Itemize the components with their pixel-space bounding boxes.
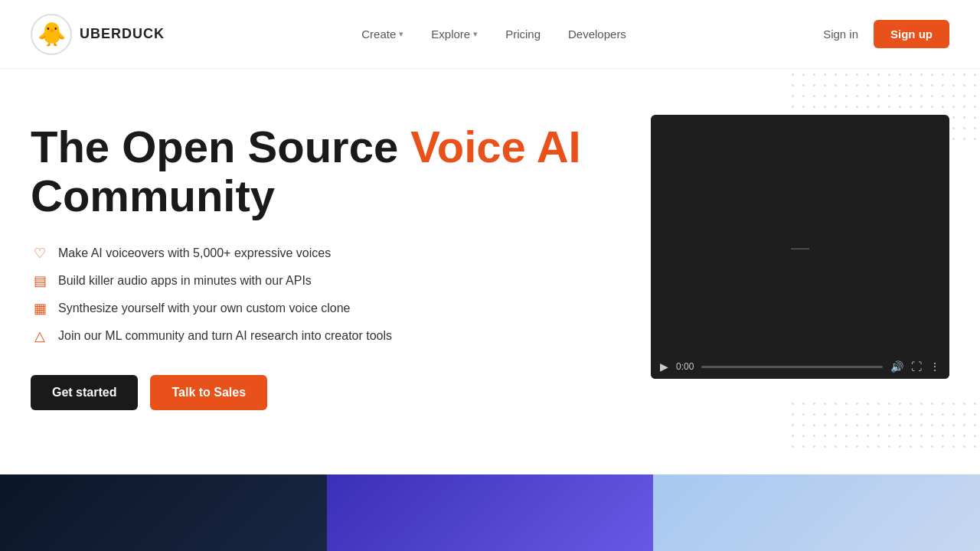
feature-text-1: Make AI voiceovers with 5,000+ expressiv…	[58, 246, 331, 260]
logo-circle: 🐥	[31, 14, 72, 55]
hero-title: The Open Source Voice AICommunity	[31, 122, 620, 220]
volume-button[interactable]: 🔊	[890, 360, 903, 373]
card-light-blue	[653, 474, 980, 551]
community-icon: △	[31, 328, 49, 344]
video-display: —	[651, 115, 949, 379]
clone-icon: ▦	[31, 300, 49, 317]
nav-auth: Sign in Sign up	[823, 20, 949, 48]
brand-name: UBERDUCK	[80, 26, 165, 42]
sign-in-button[interactable]: Sign in	[823, 28, 858, 41]
hero-title-text1: The Open Source	[31, 122, 410, 171]
nav-pricing[interactable]: Pricing	[505, 28, 541, 41]
hero-cta-buttons: Get started Talk to Sales	[31, 375, 620, 410]
navbar: 🐥 UBERDUCK Create ▾ Explore ▾ Pricing De…	[0, 0, 980, 69]
more-options-button[interactable]: ⋮	[929, 360, 940, 373]
sign-up-button[interactable]: Sign up	[874, 20, 949, 48]
hero-title-orange: Voice AI	[410, 122, 580, 171]
video-player[interactable]: — ▶ 0:00 🔊 ⛶ ⋮	[651, 115, 949, 379]
hero-content: The Open Source Voice AICommunity ♡ Make…	[31, 115, 651, 410]
nav-create[interactable]: Create ▾	[361, 28, 403, 41]
hero-video-area: — ▶ 0:00 🔊 ⛶ ⋮	[651, 115, 949, 379]
logo-duck-icon: 🐥	[38, 21, 66, 47]
play-button[interactable]: ▶	[660, 360, 668, 373]
hero-title-text2: Community	[31, 171, 275, 220]
nav-explore[interactable]: Explore ▾	[431, 28, 478, 41]
feature-item-3: ▦ Synthesize yourself with your own cust…	[31, 300, 620, 317]
video-progress-bar[interactable]	[701, 366, 883, 368]
fullscreen-button[interactable]: ⛶	[911, 360, 922, 373]
heart-icon: ♡	[31, 245, 49, 262]
bottom-cards-section	[0, 474, 980, 551]
nav-developers[interactable]: Developers	[568, 28, 626, 41]
video-placeholder: —	[791, 236, 809, 258]
talk-to-sales-button[interactable]: Talk to Sales	[150, 375, 267, 410]
feature-text-3: Synthesize yourself with your own custom…	[58, 302, 351, 315]
nav-links: Create ▾ Explore ▾ Pricing Developers	[361, 28, 626, 41]
video-controls-bar: ▶ 0:00 🔊 ⛶ ⋮	[651, 354, 949, 379]
get-started-button[interactable]: Get started	[31, 375, 138, 410]
feature-text-2: Build killer audio apps in minutes with …	[58, 274, 312, 288]
chevron-down-icon: ▾	[399, 29, 403, 39]
grid-icon: ▤	[31, 272, 49, 289]
brand-area: 🐥 UBERDUCK	[31, 14, 165, 55]
hero-section: The Open Source Voice AICommunity ♡ Make…	[0, 69, 980, 474]
feature-item-4: △ Join our ML community and turn AI rese…	[31, 328, 620, 344]
chevron-down-icon: ▾	[473, 29, 478, 39]
card-dark-blue	[0, 474, 327, 551]
card-purple	[327, 474, 654, 551]
video-time: 0:00	[676, 361, 694, 372]
feature-item-2: ▤ Build killer audio apps in minutes wit…	[31, 272, 620, 289]
feature-list: ♡ Make AI voiceovers with 5,000+ express…	[31, 245, 620, 344]
feature-item-1: ♡ Make AI voiceovers with 5,000+ express…	[31, 245, 620, 262]
feature-text-4: Join our ML community and turn AI resear…	[58, 329, 392, 343]
